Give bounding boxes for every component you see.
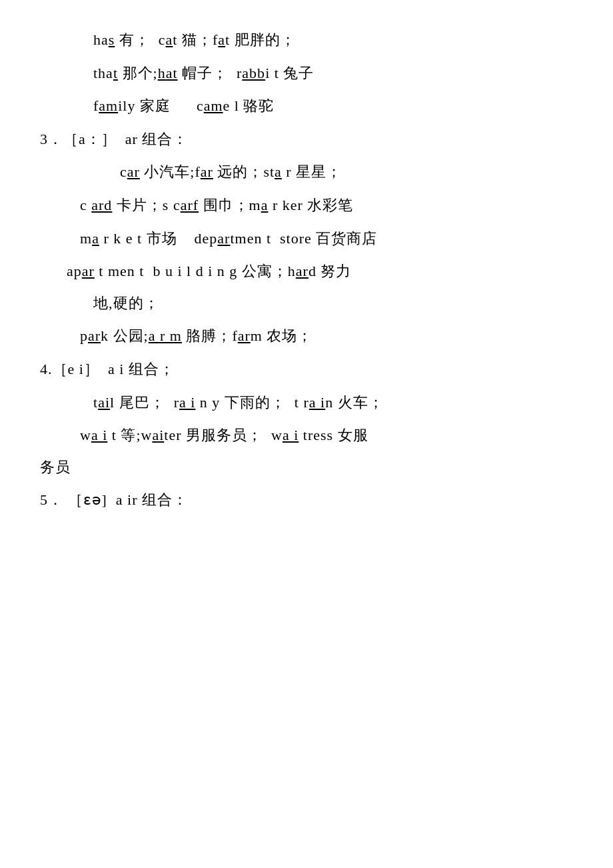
text-line-2: that 那个;hat 帽子； rabbi t 兔子 — [40, 60, 573, 87]
text-line-1: has 有； cat 猫；fat 肥胖的； — [40, 27, 573, 53]
block-line2: that 那个;hat 帽子； rabbi t 兔子 — [40, 60, 573, 87]
text-line-8: apar t men t b u i l d i n g 公寓；hard 努力 — [40, 258, 573, 285]
text-line-12b: 务员 — [40, 454, 573, 481]
block-section5: 5． ［ɛə] a ir 组合： — [40, 487, 573, 513]
text-line-9: park 公园;a r m 胳膊；farm 农场； — [40, 323, 573, 349]
text-section5-header: 5． ［ɛə] a ir 组合： — [40, 487, 573, 513]
text-line-12: wa i t 等;waiter 男服务员； wa i tress 女服 — [40, 422, 573, 449]
block-line3: family 家庭 came l 骆驼 — [40, 93, 573, 119]
block-line8: apar t men t b u i l d i n g 公寓；hard 努力 … — [40, 258, 573, 316]
block-line7: ma r k e t 市场 departmen t store 百货商店 — [40, 225, 573, 252]
text-section3-header: 3．［a：］ ar 组合： — [40, 126, 573, 153]
text-line-7: ma r k e t 市场 departmen t store 百货商店 — [40, 225, 573, 252]
block-line12: wa i t 等;waiter 男服务员； wa i tress 女服 务员 — [40, 422, 573, 480]
page-content: has 有； cat 猫；fat 肥胖的； that 那个;hat 帽子； ra… — [40, 27, 573, 513]
block-line11: tail 尾巴； ra i n y 下雨的； t ra in 火车； — [40, 389, 573, 416]
block-line9: park 公园;a r m 胳膊；farm 农场； — [40, 323, 573, 349]
text-line-6: c ard 卡片；s carf 围巾；ma r ker 水彩笔 — [40, 192, 573, 219]
block-section4: 4.［e i］ a i 组合； — [40, 356, 573, 383]
block-section3: 3．［a：］ ar 组合： — [40, 126, 573, 153]
block-line6: c ard 卡片；s carf 围巾；ma r ker 水彩笔 — [40, 192, 573, 219]
text-line-8b: 地,硬的； — [40, 290, 573, 317]
text-line-11: tail 尾巴； ra i n y 下雨的； t ra in 火车； — [40, 389, 573, 416]
text-section4-header: 4.［e i］ a i 组合； — [40, 356, 573, 383]
text-line-3: family 家庭 came l 骆驼 — [40, 93, 573, 119]
text-line-5: car 小汽车;far 远的；sta r 星星； — [40, 159, 573, 185]
block-line5: car 小汽车;far 远的；sta r 星星； — [40, 159, 573, 185]
block-line1: has 有； cat 猫；fat 肥胖的； — [40, 27, 573, 53]
